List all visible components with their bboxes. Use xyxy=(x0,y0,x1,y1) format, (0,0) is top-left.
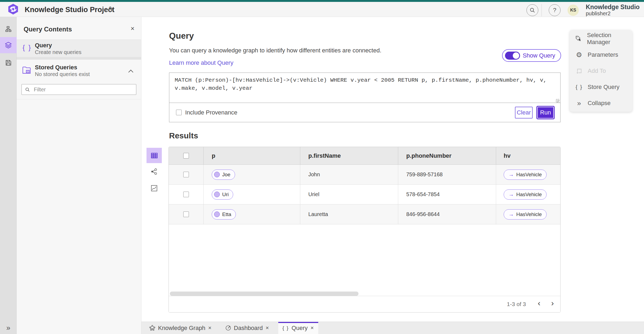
query-editor[interactable]: MATCH (p:Person)-[hv:HasVehicle]->(v:Veh… xyxy=(169,73,560,103)
clear-button[interactable]: Clear xyxy=(515,107,533,118)
filter-input[interactable] xyxy=(30,87,127,93)
double-chevron-icon: » xyxy=(6,324,10,332)
next-page-icon[interactable]: › xyxy=(551,299,554,308)
node-chip[interactable]: Joe xyxy=(212,170,235,180)
double-chevron-icon: » xyxy=(575,100,583,107)
row-checkbox[interactable] xyxy=(183,192,189,197)
column-header-firstname: p.firstName xyxy=(300,147,398,164)
select-all-checkbox[interactable] xyxy=(183,153,189,159)
tool-label: Selection Manager xyxy=(587,32,632,46)
edge-label: HasVehicle xyxy=(516,172,542,178)
collapse-section-chevron-icon[interactable] xyxy=(128,70,133,74)
parameters-button[interactable]: ⚙ Parameters xyxy=(570,47,632,63)
query-create-item[interactable]: { } Query Create new queries xyxy=(17,40,141,57)
top-accent-bar xyxy=(0,0,644,2)
page-title: Query xyxy=(169,31,194,41)
table-row: Etta Lauretta 846-956-8644 → HasVehicle xyxy=(169,204,560,224)
edge-chip[interactable]: → HasVehicle xyxy=(504,170,547,180)
horizontal-scrollbar[interactable] xyxy=(170,292,358,296)
learn-more-link[interactable]: Learn more about Query xyxy=(169,59,233,66)
chart-view-button[interactable] xyxy=(147,184,162,192)
search-icon xyxy=(529,7,535,13)
row-checkbox[interactable] xyxy=(183,172,189,177)
braces-icon: { } xyxy=(23,44,32,52)
braces-icon: { } xyxy=(575,84,583,90)
hierarchy-nav-button[interactable] xyxy=(0,25,17,33)
stored-queries-subtitle: No stored queries exist xyxy=(35,71,90,77)
node-label: Uri xyxy=(222,192,229,197)
toggle-switch[interactable] xyxy=(505,52,520,60)
gear-icon: ⚙ xyxy=(575,51,583,58)
hierarchy-icon xyxy=(5,26,12,33)
edge-label: HasVehicle xyxy=(516,211,542,217)
stored-queries-filter xyxy=(21,84,136,95)
search-button[interactable] xyxy=(526,4,538,16)
node-chip[interactable]: Etta xyxy=(212,209,236,220)
node-chip[interactable]: Uri xyxy=(212,189,233,200)
user-avatar[interactable]: KS xyxy=(568,5,579,16)
table-header-row: p p.firstName p.phoneNumber hv xyxy=(169,147,560,165)
add-to-button-disabled: Add To xyxy=(570,63,632,79)
show-query-toggle[interactable]: Show Query xyxy=(502,49,561,62)
cell-firstname: Uriel xyxy=(300,185,398,204)
arrow-right-icon: → xyxy=(508,171,514,178)
username: publisher2 xyxy=(586,10,640,17)
run-button[interactable]: Run xyxy=(537,107,554,118)
tab-dashboard[interactable]: Dashboard ✕ xyxy=(221,322,273,334)
stored-queries-section[interactable]: Stored Queries No stored queries exist xyxy=(17,60,141,85)
tab-close-icon[interactable]: ✕ xyxy=(310,325,314,331)
previous-page-icon[interactable]: ‹ xyxy=(538,299,540,308)
app-header: Knowledge Studio Project ✎ ? KS Knowledg… xyxy=(0,2,644,17)
tool-label: Collapse xyxy=(588,100,611,107)
tab-knowledge-graph[interactable]: Knowledge Graph ✕ xyxy=(145,322,216,334)
panel-divider-2 xyxy=(17,99,141,99)
header-divider xyxy=(541,4,542,16)
node-label: Etta xyxy=(222,211,231,217)
tab-close-icon[interactable]: ✕ xyxy=(208,325,211,331)
layers-nav-button-selected[interactable] xyxy=(0,37,17,53)
expand-rail-button[interactable]: » xyxy=(0,323,17,332)
section-divider xyxy=(17,57,141,60)
include-provenance-checkbox[interactable] xyxy=(176,110,182,115)
edge-chip[interactable]: → HasVehicle xyxy=(504,189,547,200)
column-header-phonenumber: p.phoneNumber xyxy=(398,147,496,164)
graph-icon xyxy=(151,168,158,175)
app-window: Knowledge Studio Project ✎ ? KS Knowledg… xyxy=(0,0,644,334)
selection-manager-button[interactable]: Selection Manager xyxy=(570,31,632,47)
query-editor-box: MATCH (p:Person)-[hv:HasVehicle]->(v:Veh… xyxy=(169,73,561,122)
project-title: Knowledge Studio Project xyxy=(25,6,115,14)
table-view-button-selected[interactable] xyxy=(147,148,162,163)
avatar-initials: KS xyxy=(570,8,576,13)
table-icon xyxy=(150,152,158,160)
results-title: Results xyxy=(169,131,198,140)
save-nav-button[interactable] xyxy=(0,59,17,67)
question-icon: ? xyxy=(553,7,556,14)
edit-title-icon[interactable]: ✎ xyxy=(108,5,114,13)
row-checkbox[interactable] xyxy=(183,211,189,217)
include-provenance-label: Include Provenance xyxy=(185,109,237,116)
page-description: You can query a knowledge graph to ident… xyxy=(169,47,381,54)
table-row: Joe John 759-889-57168 → HasVehicle xyxy=(169,165,560,185)
graph-view-button[interactable] xyxy=(147,167,162,175)
tab-query-active[interactable]: { } Query ✕ xyxy=(278,322,318,334)
tab-close-icon[interactable]: ✕ xyxy=(265,325,269,331)
column-header-hv: hv xyxy=(496,147,560,164)
save-icon xyxy=(5,59,12,66)
collapse-panel-button[interactable]: » Collapse xyxy=(570,95,632,111)
arrow-right-icon: → xyxy=(508,211,514,217)
pagination-footer: 1-3 of 3 ‹ › xyxy=(169,296,560,312)
toggle-knob xyxy=(513,52,519,59)
store-query-button[interactable]: { } Store Query xyxy=(570,79,632,95)
app-logo-icon[interactable] xyxy=(8,3,18,16)
query-contents-panel: Query Contents ✕ { } Query Create new qu… xyxy=(17,17,141,334)
panel-close-icon[interactable]: ✕ xyxy=(130,26,135,32)
results-card: p p.firstName p.phoneNumber hv Joe John … xyxy=(169,147,561,313)
help-button[interactable]: ? xyxy=(549,4,561,16)
pagination-label: 1-3 of 3 xyxy=(507,301,526,307)
resize-handle[interactable] xyxy=(556,99,559,103)
edge-chip[interactable]: → HasVehicle xyxy=(504,209,547,220)
layers-icon xyxy=(5,41,12,49)
cell-phonenumber: 759-889-57168 xyxy=(398,165,496,184)
cell-firstname: Lauretta xyxy=(300,204,398,224)
cell-firstname: John xyxy=(300,165,398,184)
